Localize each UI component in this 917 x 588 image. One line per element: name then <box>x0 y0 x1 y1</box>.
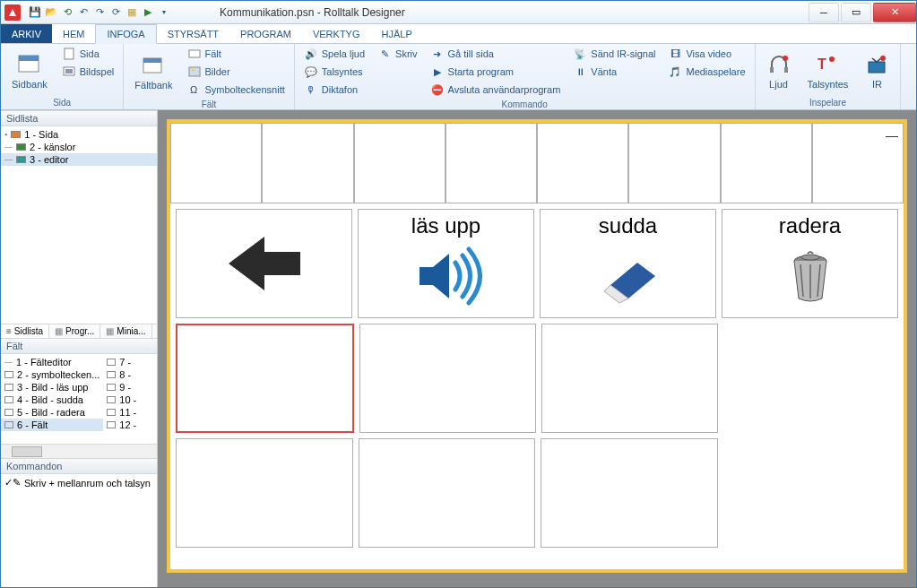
bilder-button[interactable]: Bilder <box>184 64 289 80</box>
svg-rect-2 <box>65 48 74 59</box>
visa-video-label: Visa video <box>686 48 731 59</box>
talsyntes-rec-button[interactable]: TTalsyntes <box>802 46 854 96</box>
field-label: 2 - symboltecken... <box>17 369 99 380</box>
grid-cell[interactable] <box>721 123 812 203</box>
goto-icon: ➜ <box>430 47 445 61</box>
bildspel-button[interactable]: Bildspel <box>58 64 118 80</box>
talsyntes-button[interactable]: 💬Talsyntes <box>300 64 368 80</box>
spela-ljud-button[interactable]: 🔊Spela ljud <box>300 46 368 62</box>
qat-open-icon[interactable]: 📂 <box>44 5 58 20</box>
field-item[interactable]: 10 - <box>103 393 157 406</box>
minimize-button[interactable]: ─ <box>809 3 839 22</box>
tab-arkiv[interactable]: ARKIV <box>1 24 52 43</box>
diktafon-button[interactable]: 🎙Diktafon <box>300 82 368 98</box>
qat-dropdown-icon[interactable]: ▾ <box>157 5 171 20</box>
qat-play-icon[interactable]: ▶ <box>141 5 155 20</box>
tab-infoga[interactable]: INFOGA <box>95 24 156 44</box>
kommando-item[interactable]: ✓✎Skriv + mellanrum och talsyn <box>1 476 157 489</box>
qat-undo-icon[interactable]: ↶ <box>76 5 91 20</box>
ptab-miniat[interactable]: ▦Minia... <box>100 324 151 338</box>
field-label: 5 - Bild - radera <box>17 407 85 418</box>
sida-button[interactable]: Sida <box>58 46 118 62</box>
grid-cell[interactable] <box>537 123 628 203</box>
tab-styrsatt[interactable]: STYRSÄTT <box>157 24 229 43</box>
maximize-button[interactable]: ▭ <box>841 3 871 22</box>
bilder-label: Bilder <box>205 66 230 77</box>
cell-radera[interactable]: radera <box>722 209 898 318</box>
close-button[interactable]: ✕ <box>873 3 916 22</box>
qat-save-icon[interactable]: 💾 <box>28 5 42 20</box>
page-color-icon <box>16 156 26 163</box>
field-item[interactable]: 12 - <box>103 419 157 431</box>
symbol-button[interactable]: ΩSymbolteckensnitt <box>184 82 289 98</box>
svg-rect-12 <box>784 67 788 73</box>
video-icon: 🎞 <box>668 47 682 61</box>
field-item-selected[interactable]: 6 - Fält <box>1 419 103 431</box>
field-item[interactable]: 7 - <box>103 356 157 368</box>
symbol-icon: Ω <box>187 82 202 97</box>
field-item[interactable]: 4 - Bild - sudda <box>1 393 103 406</box>
field-item[interactable]: 3 - Bild - läs upp <box>1 381 103 393</box>
qat-layout-icon[interactable]: ▦ <box>125 5 139 20</box>
grid-cell[interactable] <box>359 324 536 433</box>
field-checkbox-icon <box>107 396 116 403</box>
tab-program[interactable]: PROGRAM <box>229 24 302 43</box>
wait-icon: ⏸ <box>573 65 587 79</box>
grid-cell[interactable] <box>170 123 262 203</box>
field-item[interactable]: 8 - <box>103 368 157 381</box>
sand-ir-button[interactable]: 📡Sänd IR-signal <box>569 46 659 62</box>
field-item[interactable]: 11 - <box>103 406 157 419</box>
grid-cell[interactable] <box>359 438 536 548</box>
vanta-button[interactable]: ⏸Vänta <box>569 64 659 80</box>
skriv-button[interactable]: ✎Skriv <box>374 46 420 62</box>
main-row: läs upp sudda <box>170 209 904 318</box>
launch-icon: ▶ <box>430 65 445 79</box>
field-item[interactable]: 5 - Bild - radera <box>1 406 103 419</box>
grid-cell[interactable] <box>176 438 353 548</box>
faltbank-icon <box>141 53 166 78</box>
cell-las-upp[interactable]: läs upp <box>358 209 534 318</box>
cell-sudda[interactable]: sudda <box>540 209 716 318</box>
ptab-sidlista[interactable]: ≡Sidlista <box>1 324 49 338</box>
grid-cell[interactable] <box>262 123 353 203</box>
tab-hem[interactable]: HEM <box>52 24 95 43</box>
tree-item-3[interactable]: —3 - editor <box>1 153 157 166</box>
avsluta-button[interactable]: ⛔Avsluta användarprogram <box>427 82 565 98</box>
qat-refresh-icon[interactable]: ⟳ <box>108 5 123 20</box>
qat-redo-icon[interactable]: ↷ <box>92 5 107 20</box>
grid-cell[interactable] <box>541 438 718 548</box>
cell-back[interactable] <box>176 209 352 318</box>
visa-video-button[interactable]: 🎞Visa video <box>664 46 748 62</box>
field-item[interactable]: —1 - Fälteditor <box>1 356 103 368</box>
headphones-icon <box>766 52 792 77</box>
falt-button[interactable]: Fält <box>184 46 289 62</box>
ptab-program[interactable]: ▦Progr... <box>49 324 100 338</box>
ljud-button[interactable]: Ljud <box>761 46 797 96</box>
field-item[interactable]: 2 - symboltecken... <box>1 368 103 381</box>
ir-rec-button[interactable]: IR <box>859 46 895 96</box>
faltbank-button[interactable]: Fältbank <box>129 46 177 98</box>
field-item[interactable]: 9 - <box>103 381 157 393</box>
grid-cell[interactable] <box>354 123 446 203</box>
grid-cell[interactable] <box>628 123 720 203</box>
grid-cell-empty <box>723 324 898 433</box>
grid-cell[interactable] <box>541 324 718 433</box>
editor-page: — läs upp <box>167 119 907 573</box>
ljud-label: Ljud <box>769 79 788 90</box>
ga-till-sida-button[interactable]: ➜Gå till sida <box>427 46 565 62</box>
grid-cell[interactable] <box>446 123 537 203</box>
scrollbar-horizontal[interactable] <box>1 444 157 458</box>
tree-item-2[interactable]: —2 - känslor <box>1 141 157 153</box>
trash-icon <box>779 238 842 314</box>
ribbon: Sidbank Sida Bildspel Sida Fältbank Fält… <box>1 44 916 110</box>
tab-verktyg[interactable]: VERKTYG <box>302 24 371 43</box>
minimize-indicator-icon[interactable]: — <box>886 128 898 143</box>
tree-item-1[interactable]: ▪1 - Sida <box>1 128 157 141</box>
cell-selected[interactable] <box>176 324 354 433</box>
app-icon <box>4 4 21 21</box>
sidbank-button[interactable]: Sidbank <box>6 46 53 96</box>
starta-program-button[interactable]: ▶Starta program <box>427 64 565 80</box>
tab-hjalp[interactable]: HJÄLP <box>371 24 423 43</box>
qat-sync-icon[interactable]: ⟲ <box>60 5 74 20</box>
mediaspelare-button[interactable]: 🎵Mediaspelare <box>664 64 748 80</box>
